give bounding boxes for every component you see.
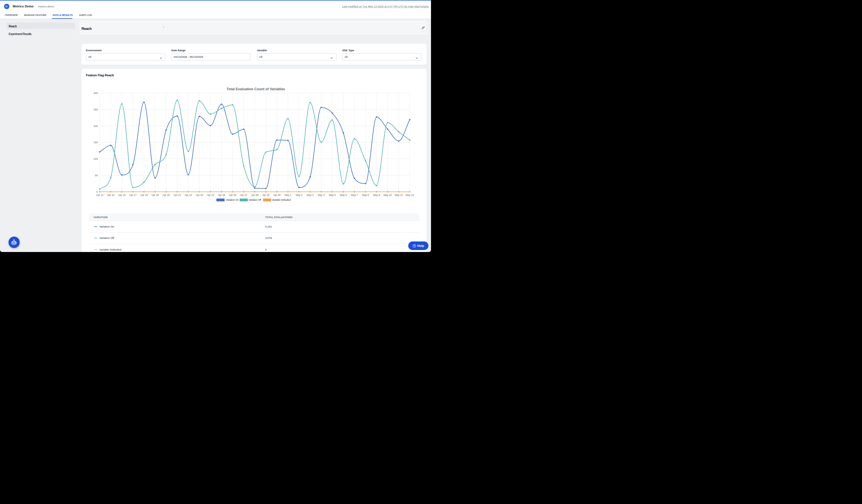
svg-text:50: 50 (95, 174, 98, 177)
svg-text:Apr 20: Apr 20 (162, 194, 170, 197)
svg-text:0: 0 (96, 190, 98, 193)
svg-text:Apr 26: Apr 26 (229, 194, 236, 197)
svg-text:250: 250 (93, 108, 98, 111)
svg-text:May 12: May 12 (406, 194, 414, 197)
svg-text:Apr 14: Apr 14 (96, 194, 103, 197)
svg-text:Apr 16: Apr 16 (118, 194, 126, 197)
svg-text:Variation On: Variation On (226, 198, 239, 201)
svg-text:Apr 23: Apr 23 (196, 194, 203, 197)
svg-text:Apr 24: Apr 24 (207, 194, 214, 197)
svg-text:May 3: May 3 (307, 194, 314, 197)
svg-text:Apr 30: Apr 30 (273, 194, 280, 197)
svg-text:150: 150 (93, 141, 98, 144)
svg-text:Apr 29: Apr 29 (262, 194, 270, 197)
svg-text:May 7: May 7 (351, 194, 358, 197)
svg-text:300: 300 (93, 92, 98, 94)
svg-text:May 11: May 11 (394, 194, 403, 197)
svg-text:Apr 15: Apr 15 (107, 194, 115, 197)
svg-text:Apr 27: Apr 27 (240, 194, 247, 197)
svg-text:May 9: May 9 (373, 194, 380, 197)
svg-text:100: 100 (93, 158, 98, 160)
svg-text:Total Evaluation Count of Vari: Total Evaluation Count of Variables (226, 87, 285, 91)
svg-text:Variable Defaulted: Variable Defaulted (272, 198, 291, 201)
svg-text:May 4: May 4 (318, 194, 325, 197)
svg-text:Apr 19: Apr 19 (151, 194, 159, 197)
svg-text:Variation Off: Variation Off (248, 198, 261, 201)
svg-text:200: 200 (93, 125, 98, 128)
svg-text:Apr 28: Apr 28 (251, 194, 258, 197)
svg-text:Apr 25: Apr 25 (218, 194, 225, 197)
svg-text:May 10: May 10 (383, 194, 392, 197)
svg-text:May 5: May 5 (329, 194, 336, 197)
svg-text:Apr 17: Apr 17 (129, 194, 137, 197)
svg-text:May 6: May 6 (340, 194, 347, 197)
svg-text:May 8: May 8 (362, 194, 369, 197)
svg-text:Apr 22: Apr 22 (185, 194, 192, 197)
svg-text:May 1: May 1 (285, 194, 291, 197)
svg-text:Apr 21: Apr 21 (173, 194, 181, 197)
svg-text:Apr 18: Apr 18 (140, 194, 147, 197)
svg-text:May 2: May 2 (296, 194, 302, 197)
